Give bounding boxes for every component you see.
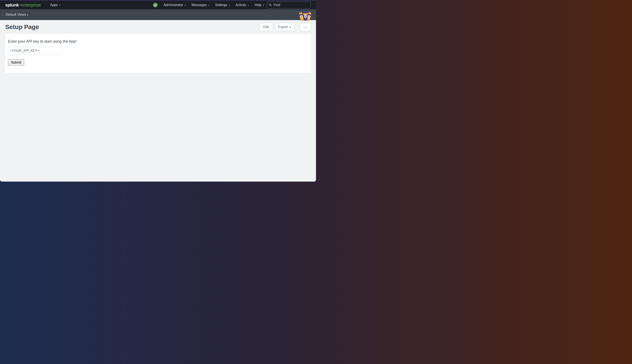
splunk-logo[interactable]: splunk>enterprise bbox=[5, 2, 41, 8]
nav-apps-menu[interactable]: Apps ▾ bbox=[50, 3, 60, 7]
search-box[interactable] bbox=[267, 2, 311, 8]
splunk-logo-gt: > bbox=[19, 3, 21, 6]
edit-button[interactable]: Edit bbox=[259, 23, 273, 31]
page-header: Setup Page Edit Export ▾ ... bbox=[0, 20, 316, 34]
default-views-label: Default Views bbox=[6, 13, 26, 16]
nav-help-menu[interactable]: Help ▾ bbox=[254, 3, 264, 7]
nav-apps-label: Apps bbox=[50, 3, 58, 7]
page-title: Setup Page bbox=[5, 24, 39, 30]
llama-app-icon bbox=[299, 10, 311, 21]
page-actions: Edit Export ▾ ... bbox=[259, 23, 311, 31]
nav-messages-label: Messages bbox=[192, 3, 207, 7]
chevron-down-icon: ▾ bbox=[27, 14, 28, 16]
chevron-down-icon: ▾ bbox=[229, 4, 230, 6]
chevron-down-icon: ▾ bbox=[59, 4, 60, 6]
more-actions-button[interactable]: ... bbox=[300, 23, 311, 31]
nav-settings-menu[interactable]: Settings ▾ bbox=[215, 3, 230, 7]
chevron-down-icon: ▾ bbox=[208, 4, 209, 6]
nav-administrator-label: Administrator bbox=[164, 3, 183, 7]
export-label: Export bbox=[278, 25, 288, 29]
splunk-logo-brand: splunk bbox=[5, 2, 19, 8]
setup-panel: Enter your API key to start using the Ap… bbox=[5, 34, 311, 73]
navbar-right-cluster: Administrator ▾ Messages ▾ Settings ▾ Ac… bbox=[153, 2, 311, 8]
setup-message: Enter your API key to start using the Ap… bbox=[8, 39, 308, 44]
nav-activity-menu[interactable]: Activity ▾ bbox=[236, 3, 249, 7]
find-input[interactable] bbox=[273, 3, 309, 7]
chevron-down-icon: ▾ bbox=[248, 4, 249, 6]
top-navbar: splunk>enterprise Apps ▾ Administrator ▾… bbox=[0, 1, 316, 9]
chevron-down-icon: ▾ bbox=[263, 4, 264, 6]
search-icon bbox=[269, 3, 272, 6]
app-bar: Default Views ▾ bbox=[0, 9, 316, 20]
default-views-menu[interactable]: Default Views ▾ bbox=[6, 13, 28, 16]
export-button[interactable]: Export ▾ bbox=[275, 23, 294, 31]
health-status-icon[interactable] bbox=[153, 3, 158, 7]
splunk-logo-product: enterprise bbox=[21, 2, 41, 8]
dashboard-body: Setup Page Edit Export ▾ ... Enter your … bbox=[0, 20, 316, 73]
nav-messages-menu[interactable]: Messages ▾ bbox=[192, 3, 210, 7]
chevron-down-icon: ▾ bbox=[185, 4, 186, 6]
splunk-window: splunk>enterprise Apps ▾ Administrator ▾… bbox=[0, 0, 316, 182]
nav-help-label: Help bbox=[254, 3, 262, 7]
chevron-down-icon: ▾ bbox=[290, 26, 291, 29]
submit-button[interactable]: Submit bbox=[8, 59, 24, 66]
api-key-input[interactable] bbox=[8, 47, 62, 55]
nav-settings-label: Settings bbox=[215, 3, 228, 7]
nav-activity-label: Activity bbox=[236, 3, 246, 7]
nav-administrator-menu[interactable]: Administrator ▾ bbox=[164, 3, 186, 7]
check-circle-icon bbox=[153, 3, 158, 7]
